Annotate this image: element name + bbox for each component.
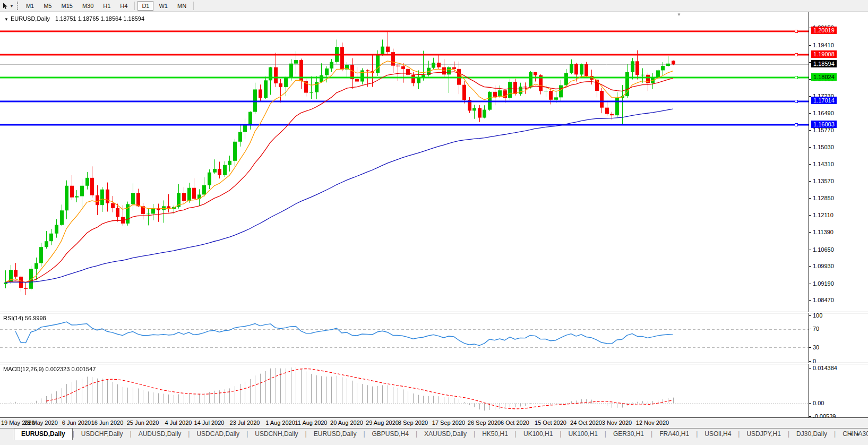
rsi-tick-dash — [809, 361, 811, 362]
date-label: 8 Sep 2020 — [398, 420, 428, 426]
price-level-label: 1.19008 — [811, 50, 837, 58]
macd-tick-label: 0.014384 — [813, 365, 837, 371]
price-tick-dash — [809, 266, 811, 267]
collapse-arrow-icon[interactable]: ▼ — [4, 17, 8, 22]
timeframe-toolbar: ▼ M1M5M15M30H1H4D1W1MN — [0, 0, 868, 12]
price-scale[interactable]: 1.201501.194101.186901.179501.172301.164… — [809, 12, 868, 312]
timeframe-button-w1[interactable]: W1 — [154, 1, 172, 11]
price-tick-dash — [809, 284, 811, 284]
timeframe-button-m30[interactable]: M30 — [78, 1, 98, 11]
current-price-label: 1.18594 — [811, 60, 837, 67]
chart-symbol-label: EURUSD,Daily — [11, 15, 50, 22]
macd-tick-dash — [809, 416, 811, 417]
chart-tab-ger30-h1[interactable]: GER30,H1 — [606, 429, 651, 440]
price-tick-label: 1.09190 — [813, 280, 834, 287]
price-tick-dash — [809, 130, 811, 131]
price-tick-label: 1.10650 — [813, 246, 834, 253]
date-label: 25 Jun 2020 — [127, 420, 159, 426]
rsi-tick-dash — [809, 347, 811, 348]
toolbar-separator — [134, 2, 135, 10]
chart-tab-fra40-h1[interactable]: FRA40,H1 — [652, 429, 696, 440]
chart-tab-gbpusd-h4[interactable]: GBPUSD,H4 — [365, 429, 416, 440]
tab-scroll-left-icon[interactable]: ◄ — [848, 431, 856, 437]
price-tick-label: 1.12850 — [813, 195, 834, 201]
chart-tab-eurusd-daily[interactable]: EURUSD,Daily — [307, 429, 364, 440]
chart-ohlc-values: 1.18751 1.18765 1.18564 1.18594 — [55, 15, 144, 22]
timeframe-button-d1[interactable]: D1 — [137, 1, 153, 11]
toolbar-separator — [193, 2, 194, 10]
rsi-scale[interactable]: 10070300 — [809, 313, 868, 363]
chart-tab-uk100-h1[interactable]: UK100,H1 — [517, 429, 560, 440]
price-level-label: 1.17014 — [811, 97, 837, 104]
trading-terminal-window: ▼ M1M5M15M30H1H4D1W1MN ▼EURUSD,Daily1.18… — [0, 0, 868, 445]
timeframe-button-m1[interactable]: M1 — [22, 1, 38, 11]
price-tick-dash — [809, 215, 811, 216]
price-tick-label: 1.09930 — [813, 263, 834, 269]
rsi-panel: RSI(14) 56.9998 10070300 — [0, 313, 868, 363]
rsi-tick-dash — [809, 329, 811, 329]
price-tick-label: 1.11390 — [813, 229, 833, 235]
chart-tab-dj30-daily[interactable]: DJ30,Daily — [789, 429, 834, 440]
date-label: 3 Nov 2020 — [602, 420, 632, 426]
price-tick-dash — [809, 45, 811, 46]
tab-scroll-arrows: ◄► — [848, 431, 864, 437]
date-label: 1 Aug 2020 — [265, 420, 295, 426]
chart-tab-uk100-h1[interactable]: UK100,H1 — [561, 429, 604, 440]
price-tick-dash — [809, 232, 811, 233]
chart-tab-usdcad-daily[interactable]: USDCAD,Daily — [190, 429, 246, 440]
timeframe-button-m15[interactable]: M15 — [57, 1, 76, 11]
main-chart-canvas[interactable] — [0, 12, 809, 312]
chart-tab-audusd-daily[interactable]: AUDUSD,Daily — [132, 429, 188, 440]
rsi-tick-label: 30 — [813, 344, 819, 350]
time-scale[interactable]: 19 May 202028 May 20206 Jun 202016 Jun 2… — [0, 418, 868, 428]
chart-tab-eurusd-daily[interactable]: EURUSD,Daily — [14, 428, 73, 440]
price-tick-dash — [809, 250, 811, 250]
date-label: 24 Oct 2020 — [570, 420, 602, 426]
date-label: 23 Jul 2020 — [230, 420, 260, 426]
date-label: 6 Jun 2020 — [62, 420, 91, 426]
price-tick-label: 1.14310 — [813, 161, 834, 167]
price-tick-dash — [809, 181, 811, 182]
macd-tick-dash — [809, 403, 811, 404]
chart-tab-xauusd-daily[interactable]: XAUUSD,Daily — [417, 429, 474, 440]
chart-tab-usdjpy-h1[interactable]: USDJPY,H1 — [740, 429, 787, 440]
date-label: 26 Sep 2020 — [468, 420, 501, 426]
price-tick-dash — [809, 113, 811, 114]
timeframe-button-m5[interactable]: M5 — [39, 1, 56, 11]
price-tick-dash — [809, 147, 811, 148]
price-tick-dash — [809, 300, 811, 301]
timeframe-button-h1[interactable]: H1 — [99, 1, 115, 11]
chart-tab-usdcnh-daily[interactable]: USDCNH,Daily — [248, 429, 305, 440]
price-level-label: 1.18024 — [811, 73, 837, 81]
date-label: 15 Oct 2020 — [535, 420, 566, 426]
rsi-tick-label: 100 — [813, 312, 822, 319]
date-label: 14 Jul 2020 — [194, 420, 225, 426]
cursor-tool-dropdown-icon[interactable]: ▼ — [10, 4, 14, 8]
timeframe-button-mn[interactable]: MN — [173, 1, 191, 11]
tab-scroll-right-icon[interactable]: ► — [856, 431, 864, 437]
chart-tab-usoil-h4[interactable]: USOil,H4 — [698, 429, 738, 440]
timeframe-buttons: M1M5M15M30H1H4D1W1MN — [21, 1, 196, 11]
price-tick-label: 1.13570 — [813, 178, 834, 184]
price-tick-dash — [809, 198, 811, 199]
price-level-label: 1.20019 — [811, 27, 837, 34]
toolbar-grip[interactable] — [17, 2, 18, 10]
date-label: 17 Sep 2020 — [432, 420, 465, 426]
chart-tab-usdchf-daily[interactable]: USDCHF,Daily — [74, 429, 130, 440]
chart-tab-bar: EURUSD,Daily|USDCHF,Daily|AUDUSD,Daily|U… — [0, 428, 868, 441]
price-tick-dash — [809, 164, 811, 165]
macd-tick-label: 0.00 — [813, 400, 824, 406]
cursor-tool-icon[interactable] — [3, 3, 8, 10]
rsi-canvas[interactable] — [0, 313, 809, 363]
price-tick-label: 1.19410 — [813, 42, 834, 48]
price-level-label: 1.16003 — [811, 121, 837, 128]
date-label: 20 Aug 2020 — [330, 420, 363, 426]
chart-tab-hk50-h1[interactable]: HK50,H1 — [475, 429, 515, 440]
macd-canvas[interactable] — [0, 364, 809, 417]
timeframe-button-h4[interactable]: H4 — [116, 1, 132, 11]
macd-scale[interactable]: 0.0143840.00-0.00539 — [809, 364, 868, 417]
price-tick-label: 1.15030 — [813, 144, 834, 150]
chart-shift-marker-icon[interactable]: ▼ — [677, 12, 681, 17]
date-label: 12 Nov 2020 — [636, 420, 669, 426]
date-label: 11 Aug 2020 — [295, 420, 328, 426]
